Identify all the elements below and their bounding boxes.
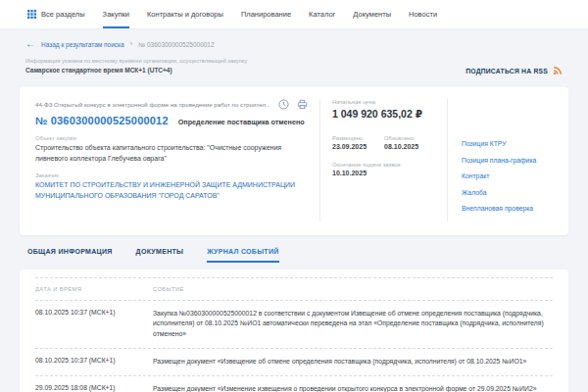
rss-icon [553, 62, 563, 79]
breadcrumb: ← Назад к результатам поиска › № 0360300… [0, 29, 588, 49]
arrow-left-icon[interactable]: ← [25, 39, 35, 49]
tab-bar: ОБЩАЯ ИНФОРМАЦИЯ ДОКУМЕНТЫ ЖУРНАЛ СОБЫТИ… [0, 235, 588, 263]
customer-link[interactable]: КОМИТЕТ ПО СТРОИТЕЛЬСТВУ И ИНЖЕНЕРНОЙ ЗА… [35, 180, 306, 201]
related-link[interactable]: Жалоба [462, 189, 559, 196]
purchase-status-badge: Определение поставщика отменено [178, 118, 305, 126]
nav-item-all-sections[interactable]: Все разделы [27, 0, 85, 28]
nav-item[interactable]: Документы [353, 0, 391, 28]
updated-value: 08.10.2025 [384, 143, 418, 150]
related-link[interactable]: Контракт [462, 172, 559, 179]
table-row: 08.10.2025 10:37 (МСК+1) Размещен докуме… [35, 348, 553, 375]
nav-item-label: Каталог [309, 10, 335, 19]
nav-item[interactable]: Каталог [309, 0, 335, 28]
nav-item[interactable]: Новости [409, 0, 437, 28]
nav-item[interactable]: Контракты и договоры [147, 0, 223, 28]
tab[interactable]: ОБЩАЯ ИНФОРМАЦИЯ [27, 248, 113, 263]
object-label: Объект закупки [35, 135, 308, 141]
tab[interactable]: ЖУРНАЛ СОБЫТИЙ [207, 248, 278, 263]
event-description: Размещен документ «Изменение извещения о… [153, 384, 553, 392]
column-header-event: СОБЫТИЕ [153, 286, 553, 292]
placed-label: Размещено [332, 135, 367, 141]
events-table-body: 08.10.2025 10:37 (МСК+1) Закупка №036030… [35, 300, 553, 392]
nav-item-label: Закупки [103, 10, 129, 19]
deadline-block: Окончание подачи заявок 10.10.2025 [332, 162, 437, 176]
printer-icon[interactable] [297, 99, 308, 110]
tab[interactable]: ДОКУМЕНТЫ [136, 248, 184, 263]
object-value: Строительство объекта капитального строи… [35, 143, 306, 164]
timezone-row: Информация указана по местному времени о… [0, 49, 588, 79]
purchase-price-column: Начальная цена 1 049 920 635,02 ₽ Размещ… [319, 99, 447, 221]
nav-item-label: Документы [353, 10, 391, 19]
customer-label: Заказчик [35, 172, 308, 178]
event-datetime: 29.09.2025 18:08 (МСК+1) [35, 384, 137, 392]
timezone-note: Информация указана по местному времени о… [25, 58, 247, 64]
nav-item-label: Планирование [241, 10, 291, 19]
table-row: 29.09.2025 18:08 (МСК+1) Размещен докуме… [35, 375, 553, 392]
purchase-number: № 0360300000525000012 [35, 115, 169, 126]
related-link[interactable]: Позиция КТРУ [462, 140, 559, 147]
timezone-block: Информация указана по местному времени о… [25, 58, 247, 74]
price-value: 1 049 920 635,02 ₽ [332, 108, 437, 120]
deadline-value: 10.10.2025 [332, 170, 437, 176]
chevron-right-icon: › [130, 40, 133, 48]
nav-item-label: Все разделы [41, 10, 85, 19]
deadline-label: Окончание подачи заявок [332, 162, 437, 168]
related-link[interactable]: Позиция плана-графика [462, 157, 559, 164]
subscribe-rss-label: ПОДПИСАТЬСЯ НА RSS [466, 68, 548, 74]
updated-label: Обновлено [384, 135, 418, 141]
price-label: Начальная цена [332, 99, 437, 105]
event-description: Закупка №0360300000525000012 в соответст… [153, 309, 553, 341]
events-table-header: ДАТА И ВРЕМЯ СОБЫТИЕ [35, 277, 553, 300]
purchase-links-column: Позиция КТРУ Позиция плана-графика Контр… [447, 99, 568, 221]
top-nav: Все разделы Закупки Контракты и договоры… [0, 0, 588, 29]
updated-block: Обновлено 08.10.2025 [384, 135, 418, 150]
event-datetime: 08.10.2025 10:37 (МСК+1) [35, 309, 137, 341]
nav-item-label: Контракты и договоры [147, 10, 223, 19]
back-to-results-link[interactable]: Назад к результатам поиска [41, 41, 124, 48]
placed-block: Размещено 23.09.2025 [332, 135, 367, 150]
placed-value: 23.09.2025 [332, 143, 367, 150]
breadcrumb-current: № 0360300000525000012 [138, 41, 214, 48]
events-journal-card: ДАТА И ВРЕМЯ СОБЫТИЕ 08.10.2025 10:37 (М… [20, 270, 568, 392]
column-header-datetime: ДАТА И ВРЕМЯ [35, 286, 137, 292]
nav-item[interactable]: Планирование [241, 0, 291, 28]
nav-item[interactable]: Закупки [103, 0, 129, 28]
table-row: 08.10.2025 10:37 (МСК+1) Закупка №036030… [35, 300, 553, 349]
timer-icon[interactable] [278, 99, 289, 110]
timezone-value: Самарское стандартное время МСК+1 (UTC+4… [25, 67, 247, 74]
grid-icon [27, 10, 36, 19]
event-description: Размещен документ «Извещение об отмене о… [153, 357, 553, 368]
purchase-law-type: 44-ФЗ Открытый конкурс в электронной фор… [35, 101, 270, 108]
purchase-card: 44-ФЗ Открытый конкурс в электронной фор… [20, 87, 568, 235]
event-datetime: 08.10.2025 10:37 (МСК+1) [35, 357, 137, 368]
nav-item-label: Новости [409, 10, 437, 19]
related-link[interactable]: Внеплановая проверка [462, 205, 559, 212]
purchase-main-column: 44-ФЗ Открытый конкурс в электронной фор… [20, 99, 319, 221]
subscribe-rss-button[interactable]: ПОДПИСАТЬСЯ НА RSS [466, 62, 563, 79]
